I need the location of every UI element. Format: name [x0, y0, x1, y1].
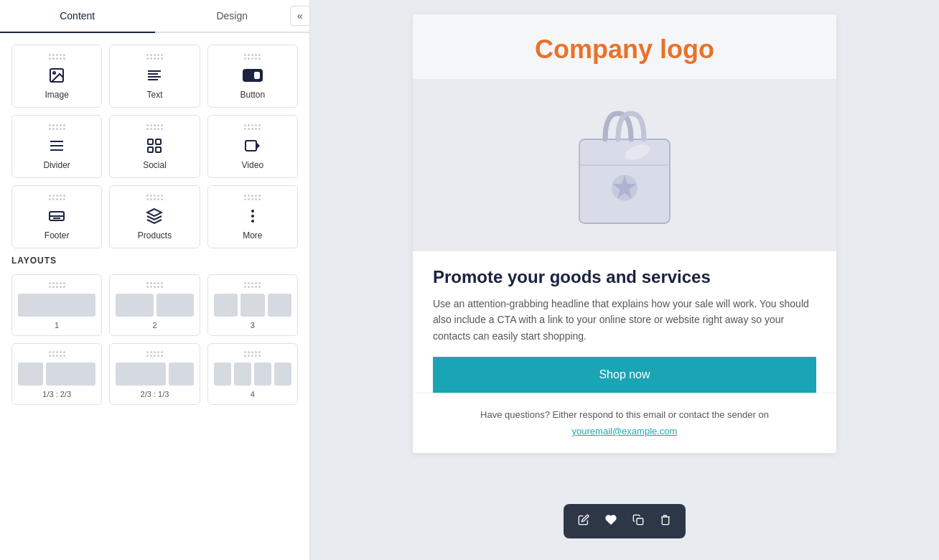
- copy-icon: [632, 514, 644, 528]
- layout-2-label: 2: [152, 321, 156, 330]
- layout-preview-1-3: [18, 363, 95, 386]
- layout-1[interactable]: 1: [11, 274, 102, 336]
- collapse-button[interactable]: «: [290, 6, 310, 26]
- tabs-bar: Content Design: [0, 0, 309, 33]
- tab-design[interactable]: Design: [155, 0, 310, 33]
- heart-icon: [605, 514, 617, 528]
- email-preview: Company logo: [413, 14, 836, 453]
- button-icon: [243, 65, 263, 85]
- tile-drag-dots: [49, 124, 65, 130]
- layout-preview-3: [214, 294, 291, 317]
- layout-drag-dots: [146, 351, 163, 357]
- layout-drag-dots: [244, 351, 261, 357]
- products-icon: [146, 206, 163, 226]
- bottom-toolbar: [564, 504, 686, 538]
- tile-drag-dots: [49, 54, 65, 60]
- svg-point-1: [53, 72, 55, 74]
- layout-drag-dots: [146, 282, 163, 288]
- layout-2[interactable]: 2: [109, 274, 200, 336]
- svg-rect-12: [156, 139, 161, 144]
- svg-marker-16: [256, 142, 260, 149]
- social-icon: [146, 136, 163, 156]
- layout-1-label: 1: [55, 321, 59, 330]
- layout-4[interactable]: 4: [207, 343, 298, 405]
- tile-drag-dots: [146, 124, 163, 130]
- layout-preview-4: [214, 363, 291, 386]
- tab-content[interactable]: Content: [0, 0, 155, 33]
- tile-products[interactable]: Products: [109, 185, 200, 248]
- svg-point-22: [251, 220, 254, 223]
- company-logo-area: Company logo: [413, 14, 836, 79]
- image-icon: [48, 65, 65, 85]
- tile-drag-dots: [244, 54, 261, 60]
- svg-rect-11: [148, 139, 153, 144]
- tile-divider[interactable]: Divider: [11, 115, 102, 178]
- tile-image-label: Image: [45, 90, 68, 100]
- layout-drag-dots: [49, 351, 65, 357]
- shop-now-button[interactable]: Shop now: [433, 357, 816, 393]
- svg-rect-27: [637, 518, 643, 525]
- product-title: Promote your goods and services: [433, 267, 816, 287]
- copy-button[interactable]: [627, 510, 650, 533]
- layouts-section-label: LAYOUTS: [11, 256, 298, 266]
- layout-preview-2: [116, 294, 193, 317]
- tile-drag-dots: [49, 195, 65, 200]
- product-section: Promote your goods and services Use an a…: [413, 79, 836, 393]
- footer-contact-section: Have questions? Either respond to this e…: [413, 393, 836, 453]
- delete-button[interactable]: [654, 510, 677, 533]
- layout-preview-2-3: [116, 363, 193, 386]
- svg-rect-13: [148, 147, 153, 152]
- layout-3[interactable]: 3: [207, 274, 298, 336]
- tile-text-label: Text: [146, 90, 162, 100]
- tile-footer-label: Footer: [45, 230, 70, 241]
- layout-drag-dots: [49, 282, 65, 288]
- tile-video-label: Video: [242, 160, 263, 170]
- tile-button[interactable]: Button: [207, 45, 298, 108]
- layout-drag-dots: [244, 282, 261, 288]
- tile-video[interactable]: Video: [207, 115, 298, 178]
- company-logo: Company logo: [535, 34, 714, 64]
- svg-rect-14: [156, 147, 161, 152]
- footer-icon: [48, 206, 65, 226]
- tile-social[interactable]: Social: [109, 115, 200, 178]
- svg-rect-7: [254, 72, 260, 79]
- shopping-bag-illustration: [560, 93, 689, 237]
- layouts-grid: 1 2: [11, 274, 298, 405]
- tile-footer[interactable]: Footer: [11, 185, 102, 248]
- layout-1-3-2-3-label: 1/3 : 2/3: [42, 390, 71, 398]
- tile-more[interactable]: More: [207, 185, 298, 248]
- footer-contact-text: Have questions? Either respond to this e…: [433, 409, 816, 420]
- edit-button[interactable]: [572, 510, 595, 533]
- tile-drag-dots: [244, 195, 261, 200]
- layout-2-3-1-3[interactable]: 2/3 : 1/3: [109, 343, 200, 405]
- trash-icon: [660, 514, 671, 528]
- more-icon: [244, 206, 261, 226]
- tile-drag-dots: [244, 124, 261, 130]
- text-icon: [146, 65, 163, 85]
- tile-products-label: Products: [138, 230, 172, 241]
- tile-image[interactable]: Image: [11, 45, 102, 108]
- left-panel: « Content Design Image: [0, 0, 310, 560]
- layout-3-label: 3: [251, 321, 255, 330]
- layout-2-3-1-3-label: 2/3 : 1/3: [141, 390, 169, 398]
- divider-icon: [48, 136, 65, 156]
- tile-more-label: More: [243, 230, 262, 241]
- svg-point-21: [251, 215, 254, 218]
- layout-1-3-2-3[interactable]: 1/3 : 2/3: [11, 343, 102, 405]
- layout-preview-1: [18, 294, 95, 317]
- product-content: Promote your goods and services Use an a…: [413, 251, 836, 344]
- content-area: Image Text: [0, 33, 309, 560]
- svg-point-20: [251, 210, 254, 213]
- tile-social-label: Social: [143, 160, 167, 170]
- edit-icon: [578, 514, 589, 528]
- tile-drag-dots: [146, 195, 163, 200]
- tile-divider-label: Divider: [43, 160, 70, 170]
- tile-drag-dots: [146, 54, 163, 60]
- product-image-container: [413, 79, 836, 251]
- favorite-button[interactable]: [599, 510, 622, 533]
- video-icon: [244, 136, 261, 156]
- tile-text[interactable]: Text: [109, 45, 200, 108]
- product-desc: Use an attention-grabbing headline that …: [433, 296, 816, 344]
- tile-button-label: Button: [240, 90, 265, 100]
- footer-email-link[interactable]: youremail@example.com: [572, 426, 678, 437]
